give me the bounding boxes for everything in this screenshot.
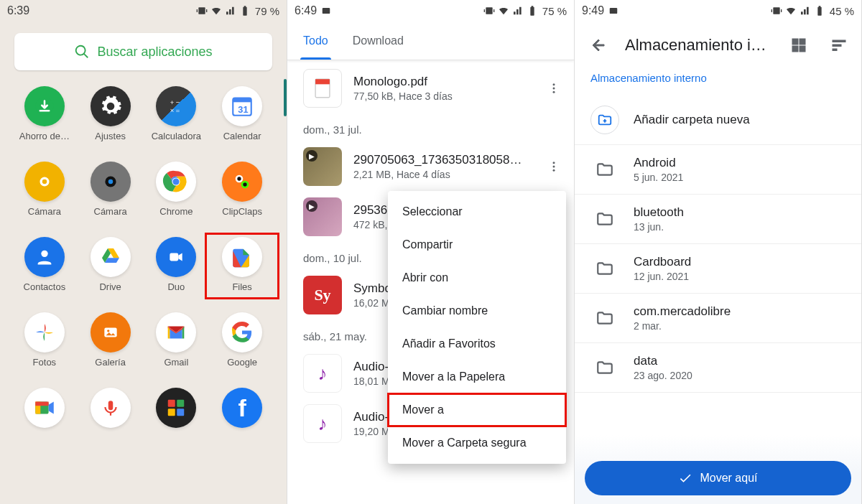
battery-icon	[814, 5, 825, 17]
svg-rect-44	[833, 45, 841, 47]
ctx-seleccionar[interactable]: Seleccionar	[388, 195, 566, 228]
app-label: Gmail	[164, 357, 188, 368]
app-gmail[interactable]: Gmail	[144, 312, 210, 368]
scrollbar-thumb[interactable]	[284, 79, 287, 116]
svg-point-7	[42, 179, 47, 185]
ctx-mover-a[interactable]: Mover a	[388, 393, 566, 426]
svg-rect-45	[833, 49, 837, 51]
folder-icon	[590, 205, 619, 233]
folder-name: com.mercadolibre	[634, 304, 731, 319]
tab-download[interactable]: Download	[353, 22, 404, 60]
pdf-thumb-icon	[303, 69, 342, 108]
folder-row[interactable]: Android5 jun. 2021	[575, 145, 861, 195]
search-apps-field[interactable]: Buscar aplicaciones	[14, 33, 272, 70]
app-calculadora[interactable]: + −× = Calculadora	[144, 86, 210, 141]
move-here-button[interactable]: Mover aquí	[585, 461, 851, 495]
app-google[interactable]: Google	[209, 312, 275, 368]
app-ajustes[interactable]: Ajustes	[78, 86, 144, 141]
app-contactos[interactable]: Contactos	[11, 237, 78, 292]
app-label: Fotos	[33, 357, 57, 368]
music-note-icon: ♪	[303, 354, 342, 393]
back-button[interactable]	[585, 32, 612, 59]
app-label: Galería	[95, 357, 126, 368]
file-row[interactable]: ▶ 290705063_17363503180581… 2,21 MB, Hac…	[287, 141, 574, 192]
gmail-icon	[156, 312, 196, 353]
folder-row[interactable]: com.mercadolibre2 mar.	[575, 294, 861, 343]
folder-row[interactable]: data23 ago. 2020	[575, 343, 861, 393]
move-picker-screen: 9:49 45 % Almacenamiento i… Almacenamien…	[575, 0, 862, 504]
app-ahorro[interactable]: Ahorro de…	[11, 86, 78, 141]
picker-title: Almacenamiento i…	[625, 36, 772, 55]
folder-row[interactable]: Cardboard12 jun. 2021	[575, 244, 861, 294]
file-row[interactable]: Monologo.pdf 77,50 kB, Hace 3 días	[287, 63, 574, 113]
date-header: dom., 31 jul.	[287, 113, 574, 141]
svg-rect-4	[233, 98, 251, 103]
more-button[interactable]	[539, 152, 568, 181]
app-files[interactable]: Files	[209, 237, 275, 292]
ctx-anadir-favoritos[interactable]: Añadir a Favoritos	[388, 327, 566, 360]
svg-text:31: 31	[238, 104, 248, 115]
more-button[interactable]	[539, 74, 568, 103]
svg-rect-26	[177, 400, 185, 407]
ctx-mover-papelera[interactable]: Mover a la Papelera	[388, 360, 566, 393]
photos-icon	[24, 312, 65, 353]
folder-date: 12 jun. 2021	[634, 271, 691, 282]
app-label: Duo	[167, 281, 185, 292]
app-label: Ahorro de…	[19, 131, 70, 141]
svg-point-35	[553, 162, 555, 164]
video-icon	[156, 237, 196, 277]
move-here-label: Mover aquí	[700, 472, 757, 485]
app-recorder[interactable]	[78, 388, 144, 432]
file-meta: 77,50 kB, Hace 3 días	[353, 90, 528, 102]
svg-rect-27	[168, 409, 175, 416]
image-icon	[321, 6, 331, 16]
app-drive[interactable]: Drive	[78, 237, 144, 292]
search-icon	[74, 44, 90, 60]
folder-date: 2 mar.	[634, 320, 731, 332]
app-label: Ajustes	[95, 131, 126, 141]
svg-rect-39	[792, 39, 798, 45]
ctx-mover-carpeta-segura[interactable]: Mover a Carpeta segura	[388, 426, 566, 459]
file-meta: 2,21 MB, Hace 4 días	[353, 169, 528, 180]
camera-icon	[24, 162, 65, 202]
status-icons: 45 %	[771, 5, 854, 17]
vibrate-icon	[771, 5, 782, 17]
add-folder-row[interactable]: Añadir carpeta nueva	[575, 95, 861, 145]
ctx-abrir-con[interactable]: Abrir con	[388, 261, 566, 294]
svg-point-15	[237, 177, 241, 180]
svg-point-9	[108, 179, 113, 185]
docs-icon	[156, 388, 196, 428]
download-icon	[24, 86, 65, 126]
ctx-cambiar-nombre[interactable]: Cambiar nombre	[388, 294, 566, 327]
drive-icon	[91, 237, 131, 277]
app-meet[interactable]	[11, 388, 78, 432]
app-fotos[interactable]: Fotos	[11, 312, 78, 368]
sort-button[interactable]	[825, 32, 853, 59]
app-duo[interactable]: Duo	[144, 237, 210, 292]
calculator-icon: + −× =	[156, 86, 196, 126]
status-time: 6:49	[295, 4, 317, 17]
folder-row[interactable]: bluetooth13 jun.	[575, 195, 861, 244]
folder-icon	[590, 155, 619, 184]
svg-point-33	[553, 88, 555, 90]
app-camara2[interactable]: Cámara	[78, 162, 144, 217]
svg-rect-41	[792, 46, 798, 52]
calendar-icon: 31	[222, 86, 262, 126]
breadcrumb[interactable]: Almacenamiento interno	[575, 69, 861, 95]
svg-point-37	[553, 169, 555, 172]
app-facebook[interactable]: f	[209, 388, 275, 432]
ctx-compartir[interactable]: Compartir	[388, 228, 566, 261]
grid-view-button[interactable]	[785, 32, 812, 59]
app-label: Files	[232, 281, 251, 292]
arrow-back-icon	[590, 37, 607, 54]
app-camara1[interactable]: Cámara	[11, 162, 78, 217]
svg-rect-38	[610, 8, 618, 14]
app-docs[interactable]	[144, 388, 210, 432]
app-calendar[interactable]: 31 Calendar	[209, 86, 275, 141]
tab-todo[interactable]: Todo	[303, 22, 328, 60]
app-clipclaps[interactable]: ClipClaps	[209, 162, 275, 217]
app-chrome[interactable]: Chrome	[144, 162, 210, 217]
file-name: 290705063_17363503180581…	[353, 153, 528, 167]
app-galeria[interactable]: Galería	[78, 312, 144, 368]
svg-point-32	[553, 83, 555, 85]
